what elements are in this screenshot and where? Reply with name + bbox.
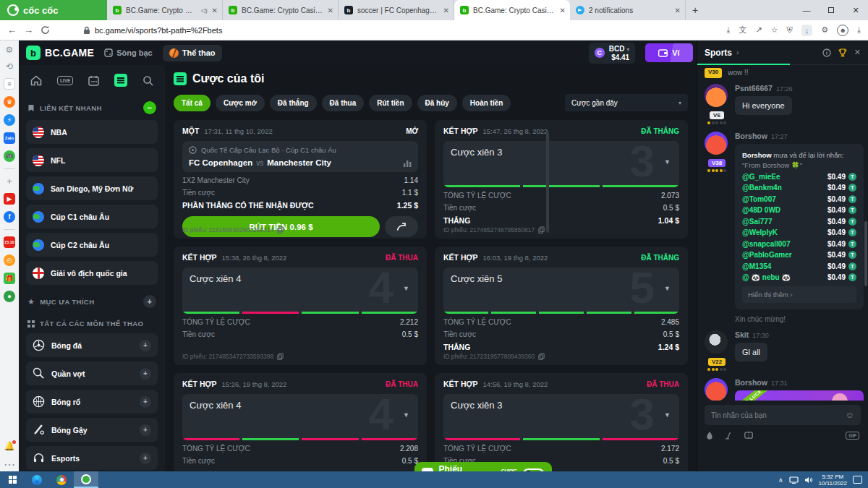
tray-expand-icon[interactable]: ∧ bbox=[778, 476, 783, 484]
sidebar-item-sandiego[interactable]: San Diego, Mỹ Đơn Nữ bbox=[26, 176, 158, 200]
collapse-button[interactable]: − bbox=[143, 101, 156, 114]
avatar[interactable] bbox=[705, 84, 728, 107]
parlay-box[interactable]: Cược xiên 3 3 ▼ bbox=[443, 394, 679, 440]
downloader-icon[interactable]: ↓ bbox=[801, 25, 813, 36]
browser-tab-3[interactable]: bsoccer | FC Copenhagen vs M✕ bbox=[339, 0, 454, 20]
chevron-down-icon[interactable]: ▼ bbox=[664, 158, 671, 166]
copy-icon[interactable] bbox=[277, 353, 284, 360]
sort-dropdown[interactable]: Cược gần đây▾ bbox=[565, 94, 688, 111]
expand-plus-icon[interactable]: + bbox=[140, 453, 151, 464]
tip-user[interactable]: @ 🐼 nebu 🐼 bbox=[742, 273, 791, 281]
emoji-icon[interactable]: ☺ bbox=[846, 410, 854, 420]
network-icon[interactable] bbox=[789, 476, 799, 484]
chat-input[interactable] bbox=[711, 411, 841, 419]
filter-open[interactable]: Cược mở bbox=[216, 95, 265, 111]
history-icon[interactable]: ⟲ bbox=[6, 61, 13, 72]
chat-username[interactable]: Borshow bbox=[735, 378, 767, 387]
download-tray-icon[interactable]: ⤓ bbox=[857, 25, 861, 35]
sale-event-icon[interactable]: 15.10 bbox=[4, 236, 15, 248]
crown-rewards-icon[interactable]: ♛ bbox=[4, 96, 15, 108]
nav-sports[interactable]: Thể thao bbox=[163, 45, 222, 61]
tab-close-icon[interactable]: ✕ bbox=[328, 7, 333, 14]
window-close-button[interactable]: ✕ bbox=[843, 6, 868, 15]
address-input[interactable]: bc.game/vi/sports?bt-path=%2Fbets bbox=[83, 26, 618, 35]
tab-close-icon[interactable]: ✕ bbox=[212, 7, 218, 14]
chat-username[interactable]: Borshow bbox=[735, 132, 767, 140]
trophy-icon[interactable] bbox=[838, 48, 847, 57]
gif-icon[interactable]: GIF bbox=[846, 432, 859, 440]
add-shortcut-icon[interactable]: + bbox=[7, 176, 12, 187]
avatar[interactable] bbox=[705, 378, 728, 401]
timer-coin-icon[interactable]: ◴ bbox=[4, 254, 15, 266]
start-button[interactable] bbox=[0, 471, 25, 488]
chat-username[interactable]: Psnt66667 bbox=[735, 84, 773, 93]
settings-gear-icon[interactable]: ⚙ bbox=[6, 45, 14, 55]
forward-icon[interactable]: → bbox=[24, 25, 33, 35]
volume-icon[interactable] bbox=[804, 476, 813, 484]
home-icon[interactable] bbox=[30, 75, 42, 86]
bet-share-icon[interactable] bbox=[744, 432, 753, 439]
sidebar-sport-soccer[interactable]: Bóng đá+ bbox=[26, 333, 158, 357]
action-center-icon[interactable] bbox=[853, 476, 862, 484]
close-chat-icon[interactable]: ✕ bbox=[854, 48, 861, 57]
chat-channel[interactable]: Sports bbox=[705, 48, 732, 58]
filter-refund[interactable]: Hoàn tiền bbox=[462, 95, 511, 111]
filter-all[interactable]: Tất cả bbox=[174, 95, 210, 111]
info-icon[interactable] bbox=[822, 48, 831, 57]
coindrops-banner[interactable]: GOOD LUCK CoinDrops Good Luck! Grab bbox=[735, 390, 864, 401]
expand-plus-icon[interactable]: + bbox=[140, 340, 151, 351]
extensions-icon[interactable]: ⚙ bbox=[821, 25, 828, 35]
live-icon[interactable]: LIVE bbox=[57, 76, 73, 85]
avatar[interactable] bbox=[705, 330, 728, 354]
chevron-right-icon[interactable]: › bbox=[736, 48, 739, 56]
tip-user[interactable]: @Sai777 bbox=[742, 218, 772, 226]
sidebar-item-ucl[interactable]: Cúp C1 châu Âu bbox=[26, 205, 158, 228]
browser-tab-4-active[interactable]: bBC.Game: Crypto Casino Gan✕ bbox=[454, 0, 570, 20]
save-page-icon[interactable]: ⤓ bbox=[727, 25, 731, 35]
chevron-down-icon[interactable]: ▼ bbox=[403, 411, 409, 419]
tip-user[interactable]: @Tom007 bbox=[742, 195, 776, 203]
browser-tab-1[interactable]: bBC.Game: Crypto Casino◁)✕ bbox=[107, 0, 223, 20]
tab-close-icon[interactable]: ✕ bbox=[560, 7, 566, 14]
filter-cancelled[interactable]: Đã hủy bbox=[417, 95, 457, 111]
tab-close-icon[interactable]: ✕ bbox=[675, 7, 681, 14]
tip-user[interactable]: @WelplyK bbox=[742, 228, 778, 236]
bcgame-logo[interactable]: bBC.GAME bbox=[26, 46, 94, 60]
share-icon[interactable]: ↗ bbox=[755, 25, 762, 35]
new-tab-button[interactable]: + bbox=[686, 0, 705, 20]
browser-tab-5[interactable]: 2 notifications✕ bbox=[570, 0, 686, 20]
shield-icon[interactable]: ⛨ bbox=[787, 25, 793, 35]
gift-icon[interactable]: 🎁 bbox=[4, 273, 15, 284]
chat-scrollbar[interactable] bbox=[864, 221, 867, 286]
tip-user[interactable]: @M1354 bbox=[742, 262, 771, 270]
copy-icon[interactable] bbox=[538, 226, 545, 234]
copy-icon[interactable] bbox=[277, 226, 284, 234]
expand-plus-icon[interactable]: + bbox=[140, 368, 151, 380]
tip-user[interactable]: @Bankm4n bbox=[742, 184, 782, 192]
profile-avatar-icon[interactable]: ☻ bbox=[837, 25, 848, 36]
window-minimize-button[interactable]: — bbox=[794, 6, 819, 14]
sidebar-sport-cricket[interactable]: Bóng Gậy+ bbox=[26, 418, 158, 442]
youtube-icon[interactable]: ▶ bbox=[4, 193, 15, 205]
tab-close-icon[interactable]: ✕ bbox=[443, 7, 449, 14]
parlay-box[interactable]: Cược xiên 4 4 ▼ bbox=[182, 394, 418, 440]
sidebar-sport-basketball[interactable]: Bóng rổ+ bbox=[26, 390, 158, 414]
tab-audio-icon[interactable]: ◁) bbox=[201, 7, 208, 14]
chat-username[interactable]: Skit bbox=[735, 330, 749, 339]
sidebar-item-nfl[interactable]: NFL bbox=[26, 148, 158, 172]
newsfeed-icon[interactable]: ≡ bbox=[4, 78, 15, 90]
tip-user[interactable]: @snapcall007 bbox=[742, 240, 790, 248]
currency-selector[interactable]: C BCD ▾$4.41 bbox=[589, 43, 635, 64]
chevron-down-icon[interactable]: ▼ bbox=[403, 285, 409, 292]
wallet-button[interactable]: Ví bbox=[645, 43, 692, 62]
notifications-bell-icon[interactable]: 🔔 bbox=[4, 441, 15, 451]
avatar[interactable] bbox=[705, 132, 728, 155]
sidebar-item-uel[interactable]: Cúp C2 châu Âu bbox=[26, 233, 158, 257]
my-bets-icon-active[interactable] bbox=[114, 74, 127, 87]
reload-icon[interactable] bbox=[41, 25, 50, 35]
parlay-box[interactable]: Cược xiên 3 3 ▼ bbox=[443, 141, 679, 187]
games-icon[interactable]: 🎮 bbox=[4, 150, 15, 162]
back-icon[interactable]: ← bbox=[7, 25, 17, 35]
nav-casino[interactable]: Sòng bạc bbox=[104, 48, 153, 57]
main-scrollbar[interactable] bbox=[546, 132, 549, 233]
